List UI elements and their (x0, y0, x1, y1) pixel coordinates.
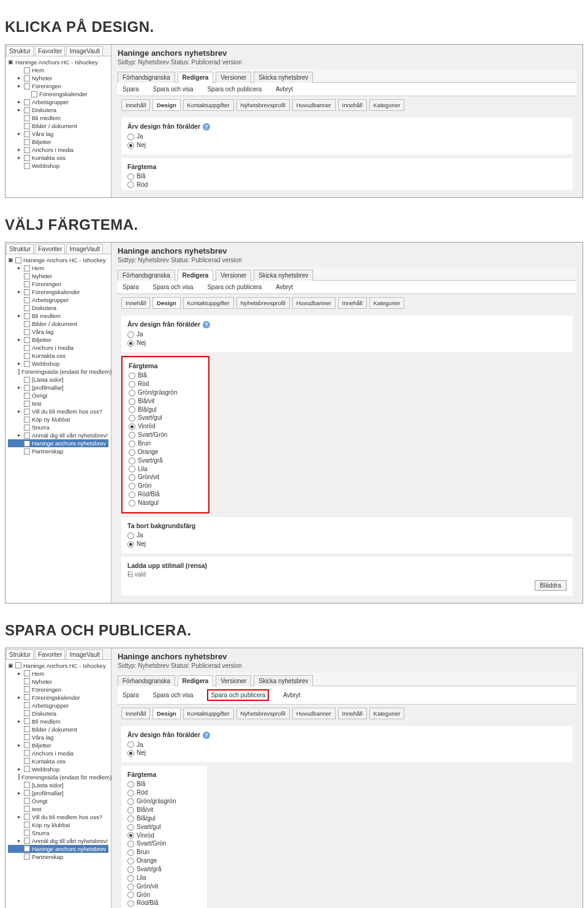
side-tab-imagevault[interactable]: ImageVault (66, 244, 103, 254)
side-tab-favoriter[interactable]: Favoriter (35, 649, 65, 659)
color-option[interactable]: Blå (129, 371, 202, 380)
browse-button[interactable]: Bläddra (535, 580, 567, 591)
toolbar-save-publish[interactable]: Spara och publicera (207, 86, 262, 93)
tree-item[interactable]: Föreningssida (endast för medlem) (8, 368, 108, 376)
tree-item[interactable]: Nyheter (8, 272, 108, 280)
tab-versions[interactable]: Versioner (216, 72, 251, 83)
color-option[interactable]: Svart/Grön (127, 839, 201, 848)
tree-item[interactable]: ▸Biljetter (8, 741, 108, 749)
tree-item[interactable]: Arbetsgrupper (8, 296, 108, 304)
subtab-content[interactable]: Innehåll (121, 708, 150, 719)
subtab-design[interactable]: Design (153, 297, 181, 309)
tree-item[interactable]: test (8, 805, 108, 813)
subtab-content2[interactable]: Innehåll (338, 708, 367, 719)
bgcolor-nej[interactable]: Nej (127, 540, 567, 548)
color-option[interactable]: Svart/gul (127, 823, 201, 831)
side-tab-struktur[interactable]: Struktur (6, 649, 34, 659)
color-option[interactable]: Blå/gul (129, 406, 202, 414)
tab-send[interactable]: Skicka nyhetsbrev (254, 675, 313, 686)
toolbar-cancel[interactable]: Avbryt (283, 692, 300, 698)
tree-item[interactable]: ▸Arbetsgrupper (8, 98, 108, 106)
tab-versions[interactable]: Versioner (216, 270, 251, 281)
tree-item[interactable]: ▸[profilmallar] (8, 384, 108, 392)
color-option[interactable]: Lila (127, 874, 201, 882)
tree-item[interactable]: Webbshop (8, 162, 108, 170)
tree-item[interactable]: ▸Nyheter (8, 74, 108, 82)
tree-item[interactable]: [Lästa sidor] (8, 376, 108, 384)
tree-item[interactable]: ▸Hem (8, 264, 108, 272)
inherit-ja[interactable]: Ja (127, 132, 567, 141)
subtab-profile[interactable]: Nyhetsbrevsprofil (236, 297, 290, 309)
toolbar-save[interactable]: Spara (123, 284, 139, 290)
tree-item[interactable]: ▸Kontakta oss (8, 154, 108, 162)
tree-item[interactable]: ▸Föreningskalender (8, 694, 108, 702)
tab-edit[interactable]: Redigera (178, 270, 214, 281)
tree-item[interactable]: ▸Bli medlem (8, 717, 108, 725)
subtab-content[interactable]: Innehåll (121, 99, 150, 111)
tree-item[interactable]: Föreningskalender (8, 90, 108, 98)
side-tab-imagevault[interactable]: ImageVault (66, 46, 103, 56)
tab-edit[interactable]: Redigera (178, 675, 214, 686)
color-option[interactable]: Blå (127, 172, 567, 181)
color-option[interactable]: Blå/gul (127, 814, 201, 823)
subtab-banner[interactable]: Huvudbanner (292, 708, 336, 719)
color-option[interactable]: Brun (127, 848, 201, 857)
subtab-content2[interactable]: Innehåll (338, 99, 367, 111)
tree-item[interactable]: Arbetsgrupper (8, 702, 108, 709)
inherit-ja[interactable]: Ja (127, 741, 567, 749)
tree-item[interactable]: Haninge anchors nyhetsbrev (8, 439, 108, 447)
color-option[interactable]: Grön (127, 891, 201, 899)
toolbar-save-publish[interactable]: Spara och publicera (207, 284, 262, 290)
toolbar-cancel[interactable]: Avbryt (276, 86, 293, 93)
toolbar-save[interactable]: Spara (123, 86, 139, 93)
tree-item[interactable]: Övrigt (8, 392, 108, 399)
tab-versions[interactable]: Versioner (216, 675, 251, 686)
tree-item[interactable]: Föreningen (8, 686, 108, 694)
color-option[interactable]: Grön/gräsgrön (127, 797, 201, 806)
subtab-design[interactable]: Design (153, 99, 181, 111)
tree-item[interactable]: Partnerskap (8, 447, 108, 455)
color-option[interactable]: Svart/grå (127, 865, 201, 874)
tab-preview[interactable]: Förhandsgranska (118, 270, 175, 281)
color-option[interactable]: Röd (129, 380, 202, 388)
tab-send[interactable]: Skicka nyhetsbrev (254, 72, 313, 83)
color-option[interactable]: Nästgul (129, 499, 202, 507)
subtab-profile[interactable]: Nyhetsbrevsprofil (236, 99, 290, 111)
tab-preview[interactable]: Förhandsgranska (118, 72, 175, 83)
subtab-categories[interactable]: Kategorier (369, 708, 405, 719)
help-icon[interactable]: ? (203, 732, 210, 739)
color-option[interactable]: Svart/Grön (129, 431, 202, 439)
color-option[interactable]: Vinröd (127, 831, 201, 840)
tree-item[interactable]: Våra lag (8, 328, 108, 336)
subtab-contact[interactable]: Kontaktuppgifter (183, 708, 234, 719)
toolbar-save[interactable]: Spara (123, 692, 139, 698)
toolbar-save-show[interactable]: Spara och visa (153, 86, 193, 93)
inherit-nej[interactable]: Nej (127, 749, 567, 757)
color-option[interactable]: Orange (127, 857, 201, 865)
tree-item[interactable]: Köp ny klubba! (8, 415, 108, 423)
side-tab-struktur[interactable]: Struktur (6, 46, 34, 56)
tab-send[interactable]: Skicka nyhetsbrev (254, 270, 313, 281)
color-option[interactable]: Lila (129, 465, 202, 474)
tree-item[interactable]: Diskutera (8, 304, 108, 312)
color-option[interactable]: Brun (129, 439, 202, 448)
tree-item[interactable]: Snurra (8, 829, 108, 837)
color-option[interactable]: Röd/Blå (127, 899, 201, 907)
color-option[interactable]: Blå (127, 780, 201, 789)
color-option[interactable]: Svart/grå (129, 456, 202, 465)
tree-item[interactable]: Anchors i media (8, 749, 108, 757)
side-tab-favoriter[interactable]: Favoriter (35, 244, 65, 254)
tree-item[interactable]: ▸Anchors i media (8, 146, 108, 154)
subtab-design[interactable]: Design (153, 708, 181, 719)
tree-item[interactable]: ▸Webbshop (8, 360, 108, 368)
subtab-profile[interactable]: Nyhetsbrevsprofil (236, 708, 290, 719)
color-option[interactable]: Grön/vit (127, 882, 201, 891)
color-option[interactable]: Röd (127, 181, 567, 189)
side-tab-imagevault[interactable]: ImageVault (66, 649, 103, 659)
tree-item[interactable]: Partnerskap (8, 853, 108, 861)
tree-item[interactable]: test (8, 399, 108, 407)
toolbar-save-show[interactable]: Spara och visa (153, 692, 193, 698)
tree-item[interactable]: Haninge anchors nyhetsbrev (8, 845, 108, 853)
tree-item[interactable]: Föreningssida (endast för medlem) (8, 773, 108, 781)
tree-item[interactable]: ▣Haninge Anchors HC - Ishockey (8, 256, 108, 264)
